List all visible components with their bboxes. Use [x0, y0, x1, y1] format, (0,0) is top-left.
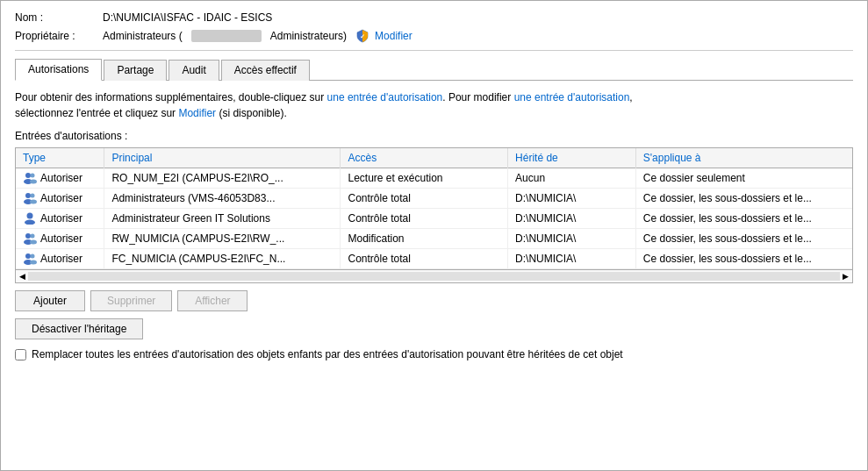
- svg-point-10: [25, 220, 35, 225]
- proprietaire-suffix: Administrateurs): [270, 30, 347, 42]
- tabs-row: Autorisations Partage Audit Accès effect…: [15, 58, 853, 81]
- entries-label: Entrées d'autorisations :: [15, 130, 853, 142]
- ajouter-button[interactable]: Ajouter: [15, 290, 85, 311]
- tab-acces-effectif[interactable]: Accès effectif: [221, 60, 310, 81]
- user-icon-2: [23, 211, 37, 225]
- row1-herite: D:\NUMICIA\: [508, 189, 636, 209]
- proprietaire-blurred: [191, 30, 262, 42]
- row2-principal: Administrateur Green IT Solutions: [104, 209, 341, 229]
- svg-point-1: [25, 173, 31, 178]
- checkbox-label: Remplacer toutes les entrées d'autorisat…: [32, 348, 623, 360]
- row3-principal: RW_NUMICIA (CAMPUS-E2I\RW_...: [104, 229, 341, 249]
- svg-point-8: [30, 200, 37, 204]
- scroll-left-arrow[interactable]: ◀: [17, 271, 28, 282]
- col-type: Type: [16, 148, 104, 168]
- row1-sapplique: Ce dossier, les sous-dossiers et le...: [635, 189, 852, 209]
- row4-herite: D:\NUMICIA\: [508, 249, 636, 269]
- user-group-icon-3: [23, 232, 37, 246]
- tab-audit[interactable]: Audit: [169, 60, 219, 81]
- svg-point-3: [31, 174, 35, 178]
- supprimer-button[interactable]: Supprimer: [90, 290, 172, 311]
- row4-acces: Contrôle total: [341, 249, 508, 269]
- scroll-right-arrow[interactable]: ▶: [840, 271, 851, 282]
- row3-type: Autoriser: [16, 229, 104, 249]
- table-header-row: Type Principal Accès Hérité de S'appliqu…: [16, 148, 852, 168]
- shield-icon: ✓: [355, 29, 369, 43]
- row0-principal: RO_NUM_E2I (CAMPUS-E2I\RO_...: [104, 168, 341, 189]
- info-line2: sélectionnez l'entrée et cliquez sur Mod…: [15, 107, 287, 119]
- svg-point-5: [25, 193, 31, 198]
- row0-herite: Aucun: [508, 168, 636, 189]
- user-group-icon-1: [23, 191, 37, 205]
- row2-herite: D:\NUMICIA\: [508, 209, 636, 229]
- owner-row: Administrateurs ( Administrateurs) ✓ Mod…: [103, 29, 412, 43]
- tab-partage[interactable]: Partage: [104, 60, 167, 81]
- row4-principal: FC_NUMICIA (CAMPUS-E2I\FC_N...: [104, 249, 341, 269]
- user-group-icon-0: [23, 171, 37, 185]
- svg-point-7: [31, 194, 35, 198]
- table-row[interactable]: Autoriser RW_NUMICIA (CAMPUS-E2I\RW_... …: [16, 229, 852, 249]
- checkbox-row: Remplacer toutes les entrées d'autorisat…: [15, 348, 853, 360]
- replace-checkbox[interactable]: [15, 349, 26, 360]
- table-row[interactable]: Autoriser Administrateurs (VMS-46053D83.…: [16, 189, 852, 209]
- col-sapplique: S'applique à: [635, 148, 852, 168]
- row1-principal: Administrateurs (VMS-46053D83...: [104, 189, 341, 209]
- svg-point-14: [30, 240, 37, 245]
- nom-value: D:\NUMICIA\ISFAC - IDAIC - ESICS: [103, 11, 272, 24]
- header-divider: [15, 50, 853, 51]
- permissions-table-container: Type Principal Accès Hérité de S'appliqu…: [15, 147, 853, 283]
- table-row[interactable]: Autoriser Administrateur Green IT Soluti…: [16, 209, 852, 229]
- permissions-table: Type Principal Accès Hérité de S'appliqu…: [16, 148, 852, 269]
- nom-label: Nom :: [15, 11, 103, 24]
- svg-point-15: [25, 253, 31, 259]
- row4-type: Autoriser: [16, 249, 104, 269]
- row2-acces: Contrôle total: [341, 209, 508, 229]
- action-buttons-row: Ajouter Supprimer Afficher: [15, 290, 853, 311]
- row3-acces: Modification: [341, 229, 508, 249]
- row0-type-text: Autoriser: [40, 172, 82, 184]
- info-text: Pour obtenir des informations supplément…: [15, 89, 853, 121]
- table-row[interactable]: Autoriser FC_NUMICIA (CAMPUS-E2I\FC_N...…: [16, 249, 852, 269]
- svg-point-4: [30, 180, 37, 184]
- nom-row: Nom : D:\NUMICIA\ISFAC - IDAIC - ESICS: [15, 11, 853, 24]
- row1-acces: Contrôle total: [341, 189, 508, 209]
- scrollbar-track[interactable]: [28, 272, 840, 281]
- modifier-link[interactable]: Modifier: [375, 30, 412, 42]
- svg-point-17: [31, 254, 35, 259]
- row3-herite: D:\NUMICIA\: [508, 229, 636, 249]
- user-group-icon-4: [23, 252, 37, 266]
- row2-type: Autoriser: [16, 209, 104, 229]
- dialog-container: Nom : D:\NUMICIA\ISFAC - IDAIC - ESICS P…: [0, 0, 868, 471]
- row0-acces: Lecture et exécution: [341, 168, 508, 189]
- row3-type-text: Autoriser: [40, 232, 82, 245]
- row4-type-text: Autoriser: [40, 253, 82, 265]
- table-row[interactable]: Autoriser RO_NUM_E2I (CAMPUS-E2I\RO_... …: [16, 168, 852, 189]
- row1-type: Autoriser: [16, 189, 104, 209]
- svg-point-13: [31, 234, 35, 239]
- info-line1: Pour obtenir des informations supplément…: [15, 91, 633, 103]
- col-acces: Accès: [341, 148, 508, 168]
- col-principal: Principal: [104, 148, 341, 168]
- row0-type: Autoriser: [16, 168, 104, 189]
- afficher-button[interactable]: Afficher: [177, 290, 247, 311]
- svg-text:✓: ✓: [360, 33, 365, 39]
- tab-autorisations[interactable]: Autorisations: [15, 59, 102, 81]
- svg-point-18: [30, 260, 37, 265]
- row0-sapplique: Ce dossier seulement: [635, 168, 852, 189]
- proprietaire-label: Propriétaire :: [15, 30, 103, 42]
- desactiver-heritage-button[interactable]: Désactiver l'héritage: [15, 318, 143, 339]
- svg-point-11: [25, 233, 31, 239]
- row3-sapplique: Ce dossier, les sous-dossiers et le...: [635, 229, 852, 249]
- proprietaire-prefix: Administrateurs (: [103, 30, 183, 42]
- col-herite: Hérité de: [508, 148, 636, 168]
- horizontal-scrollbar[interactable]: ◀ ▶: [16, 269, 852, 282]
- proprietaire-row: Propriétaire : Administrateurs ( Adminis…: [15, 29, 853, 43]
- row2-sapplique: Ce dossier, les sous-dossiers et le...: [635, 209, 852, 229]
- row4-sapplique: Ce dossier, les sous-dossiers et le...: [635, 249, 852, 269]
- row1-type-text: Autoriser: [40, 192, 82, 204]
- svg-point-9: [27, 213, 33, 219]
- row2-type-text: Autoriser: [40, 212, 82, 225]
